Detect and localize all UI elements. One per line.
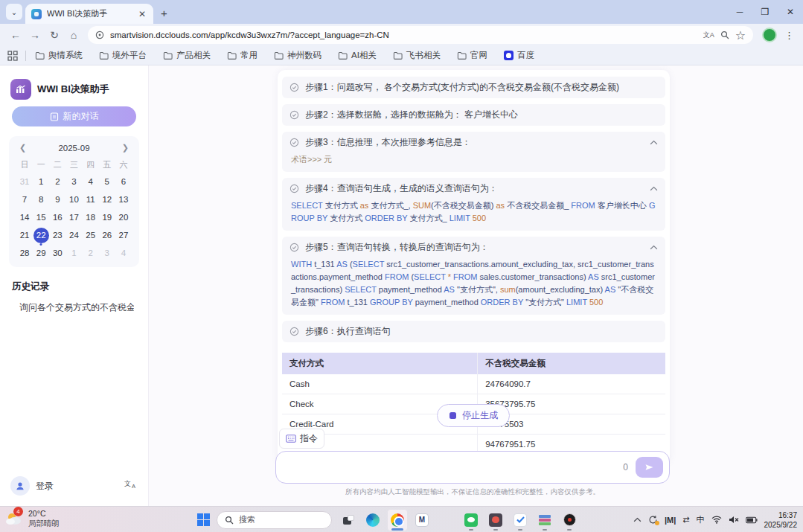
site-settings-icon[interactable] bbox=[95, 31, 104, 39]
tray-chevron-up-icon[interactable] bbox=[633, 517, 642, 522]
calendar-day[interactable]: 4 bbox=[115, 244, 132, 262]
calendar-prev-icon[interactable]: ❮ bbox=[16, 143, 29, 153]
stop-generation-button[interactable]: 停止生成 bbox=[437, 404, 510, 427]
taskbar-clock[interactable]: 16:37 2025/9/22 bbox=[764, 510, 798, 530]
back-icon[interactable]: ← bbox=[6, 26, 25, 44]
taskbar-app-chrome-browser[interactable] bbox=[388, 510, 407, 531]
calendar-day[interactable]: 27 bbox=[115, 226, 132, 244]
taskbar-app-recorder-app[interactable] bbox=[560, 510, 579, 531]
calendar-day[interactable]: 15 bbox=[33, 208, 49, 226]
taskbar-app-green-messaging-app[interactable] bbox=[461, 510, 481, 531]
bookmark-item[interactable]: 境外平台 bbox=[99, 50, 147, 61]
taskbar-app-blue-checkmark-app[interactable] bbox=[511, 510, 530, 531]
calendar-next-icon[interactable]: ❯ bbox=[119, 143, 132, 153]
taskbar-app-task-view[interactable] bbox=[339, 510, 358, 531]
calendar-day[interactable]: 22 bbox=[33, 226, 49, 244]
calendar-day[interactable]: 30 bbox=[49, 244, 65, 262]
history-item[interactable]: 询问各个交易方式的不含税金额 bbox=[19, 301, 134, 314]
ime-indicator[interactable]: 中 bbox=[697, 514, 705, 525]
calendar-day[interactable]: 1 bbox=[65, 244, 82, 262]
home-icon[interactable]: ⌂ bbox=[64, 26, 83, 44]
calendar-day[interactable]: 3 bbox=[65, 173, 82, 190]
tab-search-button[interactable]: ⌄ bbox=[6, 4, 22, 20]
tab-close-icon[interactable]: ✕ bbox=[137, 9, 147, 19]
calendar-day[interactable]: 31 bbox=[16, 173, 33, 190]
collapse-chevron-icon[interactable] bbox=[650, 140, 658, 145]
bookmark-item[interactable]: 官网 bbox=[457, 50, 487, 61]
window-maximize-button[interactable]: ❐ bbox=[752, 7, 778, 17]
taskbar-app-cat-app[interactable] bbox=[486, 510, 505, 531]
new-tab-button[interactable]: + bbox=[161, 7, 167, 19]
collapse-chevron-icon[interactable] bbox=[650, 186, 658, 191]
calendar-day[interactable]: 6 bbox=[115, 173, 132, 190]
calendar-day[interactable]: 5 bbox=[99, 173, 115, 190]
bookmark-item[interactable]: 飞书相关 bbox=[393, 50, 441, 61]
bookmark-item[interactable]: 常用 bbox=[227, 50, 257, 61]
calendar-day[interactable]: 2 bbox=[49, 173, 65, 190]
url-text[interactable]: smartvision.dcclouds.com/app/kcdw3u3wxz7… bbox=[110, 31, 697, 39]
calendar-day[interactable]: 17 bbox=[65, 208, 82, 226]
wifi-icon[interactable] bbox=[711, 516, 722, 524]
translate-icon[interactable]: 文A bbox=[703, 31, 714, 40]
bookmark-item[interactable]: 神州数码 bbox=[274, 50, 321, 61]
tray-network-activity-icon[interactable]: ⇄ bbox=[682, 515, 689, 525]
battery-icon[interactable] bbox=[746, 516, 758, 524]
profile-avatar[interactable] bbox=[762, 28, 777, 42]
calendar-day[interactable]: 20 bbox=[115, 208, 132, 226]
login-button[interactable]: 登录 bbox=[10, 476, 54, 496]
calendar-day[interactable]: 10 bbox=[65, 190, 82, 208]
url-bar[interactable]: smartvision.dcclouds.com/app/kcdw3u3wxz7… bbox=[88, 26, 753, 44]
taskbar-app-edge-browser[interactable] bbox=[363, 510, 383, 531]
tray-marktext-icon[interactable]: |M| bbox=[665, 516, 676, 525]
volume-muted-icon[interactable] bbox=[729, 516, 739, 524]
calendar-day[interactable]: 18 bbox=[83, 208, 99, 226]
bookmark-item[interactable]: AI相关 bbox=[338, 50, 377, 61]
bookmark-item[interactable]: 产品相关 bbox=[163, 50, 211, 61]
calendar-day[interactable]: 4 bbox=[83, 173, 99, 190]
forward-icon[interactable]: → bbox=[25, 26, 45, 44]
calendar-day[interactable]: 23 bbox=[49, 226, 65, 244]
calendar-day[interactable]: 9 bbox=[49, 190, 65, 208]
calendar-day[interactable]: 13 bbox=[115, 190, 132, 208]
taskbar-search[interactable]: 搜索 bbox=[217, 511, 332, 529]
taskbar-app-marktext-app[interactable]: M bbox=[412, 510, 432, 531]
calendar-day[interactable]: 7 bbox=[16, 190, 33, 208]
calendar-day[interactable]: 29 bbox=[33, 244, 49, 262]
bookmark-item[interactable]: 舆情系统 bbox=[35, 50, 83, 61]
bookmark-item[interactable]: 百度 bbox=[504, 50, 534, 61]
zoom-icon[interactable] bbox=[720, 31, 729, 39]
calendar-day[interactable]: 11 bbox=[83, 190, 99, 208]
calendar-weekday: 二 bbox=[49, 159, 65, 170]
calendar-day[interactable]: 28 bbox=[16, 244, 33, 262]
taskbar-app-file-explorer[interactable] bbox=[437, 510, 456, 531]
calendar-day[interactable]: 21 bbox=[16, 226, 33, 244]
reload-icon[interactable]: ↻ bbox=[45, 26, 64, 44]
new-chat-button[interactable]: 新的对话 bbox=[12, 106, 136, 126]
bookmark-star-icon[interactable]: ☆ bbox=[735, 28, 746, 42]
browser-menu-icon[interactable]: ⋮ bbox=[781, 30, 797, 41]
calendar-day[interactable]: 26 bbox=[99, 226, 115, 244]
calendar-day[interactable]: 24 bbox=[65, 226, 82, 244]
command-button[interactable]: 指令 bbox=[279, 429, 324, 449]
tray-sync-icon[interactable] bbox=[648, 515, 658, 525]
calendar-day[interactable]: 16 bbox=[49, 208, 65, 226]
window-minimize-button[interactable]: ─ bbox=[727, 7, 752, 17]
send-button[interactable] bbox=[636, 457, 663, 478]
collapse-chevron-icon[interactable] bbox=[650, 245, 658, 250]
calendar-day[interactable]: 2 bbox=[83, 244, 99, 262]
calendar-day[interactable]: 1 bbox=[33, 173, 49, 190]
apps-grid-icon[interactable] bbox=[7, 51, 18, 61]
start-button[interactable] bbox=[197, 513, 210, 526]
language-toggle-icon[interactable]: 文A bbox=[124, 479, 136, 490]
calendar-day[interactable]: 8 bbox=[33, 190, 49, 208]
taskbar-app-winrar[interactable] bbox=[535, 510, 554, 531]
calendar-day[interactable]: 12 bbox=[99, 190, 115, 208]
calendar-day[interactable]: 25 bbox=[83, 226, 99, 244]
calendar-day[interactable]: 14 bbox=[16, 208, 33, 226]
calendar-day[interactable]: 3 bbox=[99, 244, 115, 262]
weather-widget[interactable]: 4 20°C 局部晴朗 bbox=[4, 509, 60, 528]
calendar-day[interactable]: 19 bbox=[99, 208, 115, 226]
window-close-button[interactable]: ✕ bbox=[778, 7, 803, 17]
message-input[interactable] bbox=[285, 462, 623, 472]
browser-tab[interactable]: WWI BI决策助手 ✕ bbox=[25, 4, 153, 24]
